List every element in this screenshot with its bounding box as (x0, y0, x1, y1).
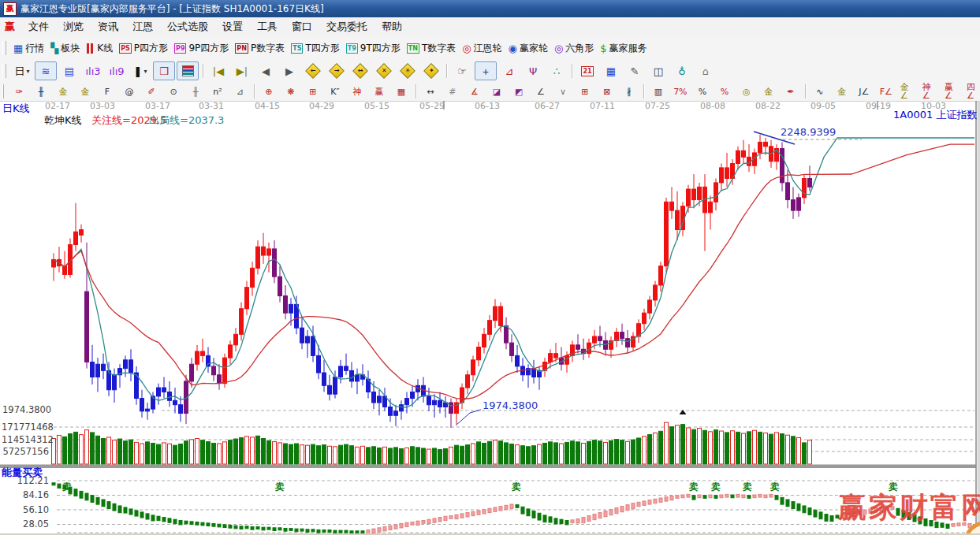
quotes-button[interactable]: ▦行情 (11, 39, 47, 58)
mirror-angle-tool-button[interactable]: ⊿ (229, 84, 250, 100)
remote-pc-button[interactable]: ⌂ (695, 61, 717, 80)
chart-canvas[interactable]: 2248.93991974.3800卖卖卖卖卖卖卖卖 (0, 101, 980, 535)
winner-service-button[interactable]: $赢家服务 (598, 39, 649, 58)
target-tool-button[interactable]: ⊕ (259, 84, 279, 100)
hexagon-button[interactable]: ◎六角形 (552, 39, 596, 58)
save-button[interactable]: ◫ (647, 61, 669, 80)
menu-item[interactable]: 帮助 (374, 18, 409, 35)
gann-wheel-button[interactable]: ◎江恩轮 (460, 39, 504, 58)
t-number-table-button[interactable]: TNT数字表 (404, 39, 459, 58)
toolbar-drag-handle[interactable] (2, 41, 6, 55)
shift-right-diamond-button[interactable]: → (326, 61, 348, 80)
menu-item[interactable]: 公式选股 (160, 18, 215, 35)
shen-angle-tool-button[interactable]: 神∠ (920, 84, 941, 100)
parallel-tool-button[interactable]: ∦ (619, 84, 639, 100)
sectors-button[interactable]: ▚板块 (48, 39, 82, 58)
toolbar-drag-handle[interactable] (2, 64, 6, 78)
si-angle-tool-button[interactable]: 四∠ (964, 84, 980, 100)
menu-item[interactable]: 文件 (21, 18, 56, 35)
full-view-diamond-button[interactable]: ✦ (420, 61, 442, 80)
web-grid-tool-button[interactable]: ⊞ (303, 84, 323, 100)
notepad-button[interactable]: ✎ (624, 61, 646, 80)
next-page-button[interactable]: ▶ (278, 61, 300, 80)
v-lines-tool-button[interactable]: ∨ (553, 84, 573, 100)
menu-item[interactable]: 工具 (250, 18, 285, 35)
star-web-tool-button[interactable]: ❋ (281, 84, 301, 100)
p-square-button[interactable]: PSP四方形 (117, 39, 170, 58)
gold-circle-tool-button[interactable]: ◎ (736, 84, 757, 100)
menu-item[interactable]: 浏览 (56, 18, 91, 35)
angle-lines-tool-button[interactable]: ∠ (531, 84, 551, 100)
histogram-button[interactable] (177, 61, 199, 80)
n-squared-tool-button[interactable]: n² (207, 84, 228, 100)
menu-item[interactable]: 资讯 (91, 18, 125, 35)
frame-tool-button[interactable]: # (442, 84, 463, 100)
p9-square-button[interactable]: P99P四方形 (172, 39, 231, 58)
t-square-button[interactable]: TST四方形 (289, 39, 342, 58)
prev-page-button[interactable]: ◀ (255, 61, 277, 80)
f-angle-tool-button[interactable]: F∠ (876, 84, 896, 100)
wave-overlay-button[interactable]: ≋ (35, 61, 57, 80)
p-number-table-button[interactable]: PNP数字表 (233, 39, 287, 58)
box-rays-tool-button[interactable]: ◪ (486, 84, 507, 100)
ruler-123-tool-button[interactable]: ▦ (391, 84, 412, 100)
crosshair-button[interactable]: ＋ (475, 61, 497, 80)
rays-tool-button[interactable]: ∡ (464, 84, 485, 100)
percent-tool-button[interactable]: % (692, 84, 713, 100)
gold-fence-tool-button[interactable]: 金 (53, 84, 73, 100)
gann-clock-tool-button[interactable]: ⊙ (163, 84, 184, 100)
wave-box-tool-button[interactable]: ∿ (810, 84, 830, 100)
gold-fence2-tool-button[interactable]: 金 (75, 84, 95, 100)
hand-tool-button[interactable]: ☞ (451, 61, 473, 80)
gold-box-tool-button[interactable]: 金 (832, 84, 852, 100)
brush-tool-button[interactable]: ✒ (781, 84, 801, 100)
fence-tool-button[interactable]: ╫ (31, 84, 51, 100)
bars-3-button[interactable]: ılı3 (82, 61, 104, 80)
bars-9-button[interactable]: ılı9 (106, 61, 128, 80)
calendar-button[interactable]: 21 (576, 61, 598, 80)
spiral-tool-button[interactable]: @ (119, 84, 140, 100)
menu-item[interactable]: 交易委托 (319, 18, 374, 35)
menu-item[interactable]: 江恩 (125, 18, 160, 35)
info-panel-button[interactable]: ▤ (58, 61, 80, 80)
kline-button[interactable]: K线 (84, 39, 115, 58)
f-fence-tool-button[interactable]: F (97, 84, 117, 100)
red-grid-tool-button[interactable]: ⊞ (575, 84, 595, 100)
period-day-button[interactable]: 日▾ (11, 61, 33, 80)
shen-fence-tool-button[interactable]: 神 (347, 84, 367, 100)
angle-measure-button[interactable]: ⊿ (498, 61, 520, 80)
marker-tool-button[interactable]: ✐ (141, 84, 162, 100)
ying-angle-tool-button[interactable]: 赢∠ (942, 84, 963, 100)
network-analysis-button[interactable]: ∴ (546, 61, 568, 80)
pen-tool-button[interactable]: ✑ (9, 84, 29, 100)
j-angle-tool-button[interactable]: J∠ (854, 84, 874, 100)
percent-red-tool-button[interactable]: % (714, 84, 735, 100)
web-update-button[interactable]: ♁ (671, 61, 693, 80)
red-grid2-tool-button[interactable]: ⊠ (597, 84, 617, 100)
shift-left-diamond-button[interactable]: ← (302, 61, 324, 80)
percent-line-tool-button[interactable]: 7% (670, 84, 691, 100)
ying-box-tool-button[interactable]: 赢 (369, 84, 389, 100)
pattern-button[interactable]: ❒ (153, 61, 175, 80)
box-rays2-tool-button[interactable]: ◩ (509, 84, 529, 100)
gann-tool-button[interactable]: Ψ (522, 61, 544, 80)
expand-diamond-button[interactable]: ✳ (397, 61, 419, 80)
last-page-button[interactable]: ▶| (231, 61, 253, 80)
first-page-button[interactable]: |◀ (207, 61, 229, 80)
menu-item[interactable]: 设置 (215, 18, 250, 35)
calculator-button[interactable]: ▦ (600, 61, 622, 80)
kline-mark-tool-button[interactable]: K″ (325, 84, 345, 100)
t9-square-button[interactable]: T99T四方形 (344, 39, 403, 58)
gold-angle-tool-button[interactable]: 金∠ (898, 84, 919, 100)
width-tool-button[interactable]: ↔ (420, 84, 441, 100)
column-tool-button[interactable]: ▥ (648, 84, 669, 100)
gold-line-tool-button[interactable]: 金 (758, 84, 779, 100)
menu-item[interactable]: 窗口 (285, 18, 319, 35)
toolbar-drag-handle[interactable] (2, 84, 4, 98)
candle-body (356, 375, 360, 381)
winner-wheel-button[interactable]: ◉赢家轮 (506, 39, 550, 58)
candle-style-button[interactable]: ❚▾ (129, 61, 151, 80)
zoom-horizontal-diamond-button[interactable]: ↔ (349, 61, 371, 80)
grid-fence-tool-button[interactable]: ╫ (185, 84, 206, 100)
compress-diamond-button[interactable]: ✕ (373, 61, 395, 80)
